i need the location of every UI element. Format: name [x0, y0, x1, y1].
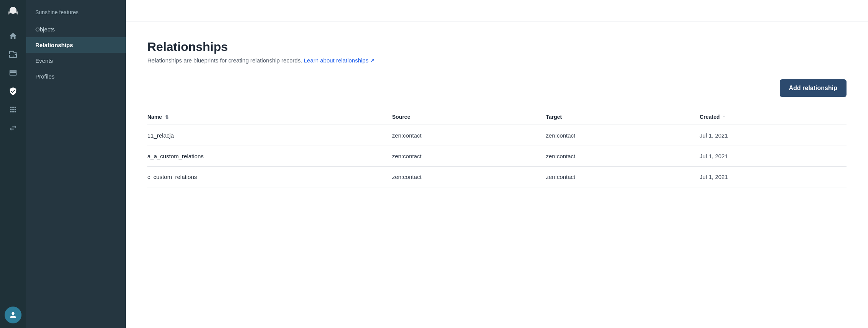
cell-created-0: Jul 1, 2021	[700, 125, 847, 146]
page-description-text: Relationships are blueprints for creatin…	[147, 57, 302, 64]
table-header: Name ⇅ Source Target Created ↑	[147, 109, 847, 125]
cell-name-0: 11_relacja	[147, 125, 392, 146]
cell-created-1: Jul 1, 2021	[700, 146, 847, 167]
relationships-table-wrapper: Name ⇅ Source Target Created ↑	[147, 109, 847, 187]
apps-icon[interactable]	[5, 101, 21, 118]
transfer-icon[interactable]	[5, 120, 21, 136]
sidebar: Sunshine features Objects Relationships …	[26, 0, 126, 328]
col-header-target[interactable]: Target	[546, 109, 700, 125]
table-body: 11_relacja zen:contact zen:contact Jul 1…	[147, 125, 847, 187]
user-avatar[interactable]	[5, 307, 21, 323]
sidebar-item-events[interactable]: Events	[26, 53, 126, 69]
page-description: Relationships are blueprints for creatin…	[147, 57, 847, 64]
table-row[interactable]: c_custom_relations zen:contact zen:conta…	[147, 167, 847, 187]
cell-name-2: c_custom_relations	[147, 167, 392, 187]
name-sort-icon: ⇅	[165, 115, 169, 120]
shield-icon[interactable]	[5, 83, 21, 100]
cell-source-1: zen:contact	[392, 146, 546, 167]
main-content-area: Relationships Relationships are blueprin…	[126, 0, 868, 328]
cell-name-1: a_a_custom_relations	[147, 146, 392, 167]
sidebar-item-relationships[interactable]: Relationships	[26, 37, 126, 53]
sidebar-item-objects[interactable]: Objects	[26, 21, 126, 37]
add-relationship-button[interactable]: Add relationship	[780, 79, 847, 97]
cell-source-2: zen:contact	[392, 167, 546, 187]
app-logo[interactable]	[5, 5, 21, 20]
col-header-source[interactable]: Source	[392, 109, 546, 125]
main-content: Relationships Relationships are blueprin…	[126, 21, 868, 328]
buildings-icon[interactable]	[5, 46, 21, 63]
main-header	[126, 0, 868, 21]
table-row[interactable]: 11_relacja zen:contact zen:contact Jul 1…	[147, 125, 847, 146]
sidebar-section-title: Sunshine features	[26, 6, 126, 21]
sidebar-item-profiles[interactable]: Profiles	[26, 69, 126, 84]
icon-bar	[0, 0, 26, 328]
card-icon[interactable]	[5, 64, 21, 81]
cell-created-2: Jul 1, 2021	[700, 167, 847, 187]
external-link-icon: ↗	[370, 57, 375, 64]
home-icon[interactable]	[5, 28, 21, 44]
col-header-created[interactable]: Created ↑	[700, 109, 847, 125]
page-title: Relationships	[147, 40, 847, 54]
cell-target-0: zen:contact	[546, 125, 700, 146]
toolbar: Add relationship	[147, 79, 847, 97]
created-sort-icon: ↑	[723, 115, 725, 120]
cell-source-0: zen:contact	[392, 125, 546, 146]
table-row[interactable]: a_a_custom_relations zen:contact zen:con…	[147, 146, 847, 167]
col-header-name[interactable]: Name ⇅	[147, 109, 392, 125]
learn-more-link[interactable]: Learn about relationships ↗	[304, 57, 375, 64]
cell-target-1: zen:contact	[546, 146, 700, 167]
relationships-table: Name ⇅ Source Target Created ↑	[147, 109, 847, 187]
cell-target-2: zen:contact	[546, 167, 700, 187]
